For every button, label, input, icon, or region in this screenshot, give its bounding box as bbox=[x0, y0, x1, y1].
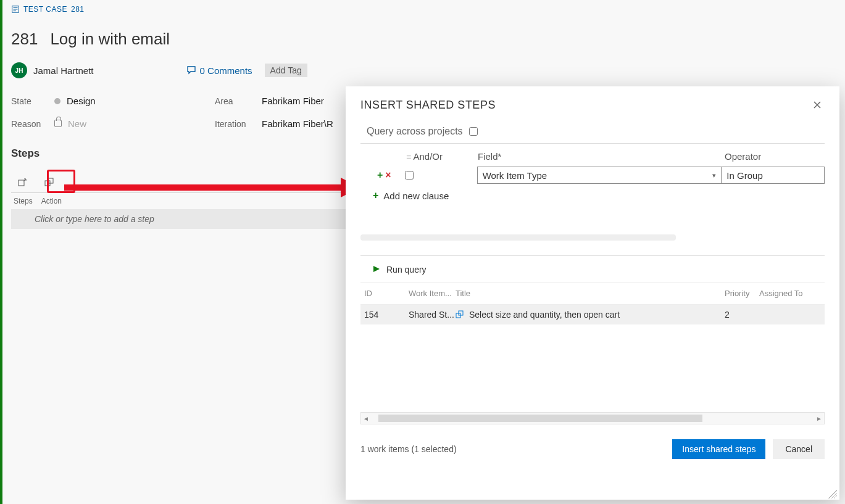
comments-label: 0 Comments bbox=[200, 65, 252, 76]
andor-cell bbox=[393, 171, 477, 180]
dialog-results-scrollbar[interactable]: ◄ ► bbox=[360, 412, 825, 424]
results-header: ID Work Item... Title Priority Assigned … bbox=[360, 283, 825, 305]
col-steps: Steps bbox=[14, 197, 33, 205]
operator-cell: In Group bbox=[722, 167, 825, 184]
scroll-left-arrow-icon[interactable]: ◄ bbox=[361, 415, 371, 422]
lock-icon bbox=[54, 120, 62, 127]
result-type: Shared St... bbox=[409, 310, 456, 320]
cancel-button[interactable]: Cancel bbox=[773, 439, 825, 459]
header-field: Field* bbox=[478, 151, 725, 162]
state-dot-icon bbox=[54, 98, 60, 104]
test-case-icon bbox=[11, 5, 20, 14]
assignee-name[interactable]: Jamal Hartnett bbox=[33, 65, 94, 76]
scroll-right-arrow-icon[interactable]: ► bbox=[814, 415, 824, 422]
col-action: Action bbox=[41, 197, 62, 205]
clause-checkbox[interactable] bbox=[405, 171, 414, 180]
title-row: 281 Log in with email bbox=[11, 30, 835, 49]
result-assigned bbox=[759, 310, 821, 320]
comment-icon bbox=[186, 65, 196, 76]
header-andor: ≡ And/Or bbox=[406, 151, 478, 162]
result-row[interactable]: 154 Shared St... Select size and quantit… bbox=[360, 305, 825, 324]
insert-shared-steps-dialog: INSERT SHARED STEPS Query across project… bbox=[346, 86, 839, 500]
chevron-down-icon: ▾ bbox=[712, 171, 716, 180]
reason-label: Reason bbox=[11, 119, 54, 129]
field-cell: Work Item Type ▾ bbox=[477, 167, 722, 184]
annotation-highlight bbox=[47, 170, 75, 193]
field-select[interactable]: Work Item Type ▾ bbox=[477, 167, 722, 184]
insert-shared-steps-confirm-button[interactable]: Insert shared steps bbox=[672, 439, 765, 459]
run-query-label: Run query bbox=[386, 265, 427, 275]
state-label: State bbox=[11, 96, 54, 106]
result-priority: 2 bbox=[725, 310, 759, 320]
clause-actions: + × bbox=[360, 170, 393, 181]
col-id-header[interactable]: ID bbox=[364, 289, 409, 298]
dialog-close-button[interactable] bbox=[810, 97, 825, 112]
scroll-thumb[interactable] bbox=[378, 415, 702, 422]
insert-step-button[interactable] bbox=[11, 173, 33, 191]
add-new-clause-button[interactable]: + Add new clause bbox=[360, 190, 825, 201]
col-priority-header[interactable]: Priority bbox=[725, 289, 759, 298]
plus-icon: + bbox=[373, 190, 378, 201]
run-query-button[interactable]: Run query bbox=[360, 256, 825, 283]
query-across-checkbox[interactable] bbox=[469, 127, 478, 136]
footer-status: 1 work items (1 selected) bbox=[360, 444, 457, 454]
operator-select[interactable]: In Group bbox=[722, 167, 825, 184]
work-item-id: 281 bbox=[11, 30, 38, 49]
add-clause-icon[interactable]: + bbox=[377, 170, 383, 181]
comments-link[interactable]: 0 Comments bbox=[186, 65, 252, 76]
field-select-value: Work Item Type bbox=[483, 170, 547, 181]
shared-step-icon bbox=[456, 310, 464, 319]
result-title-cell: Select size and quantity, then open cart bbox=[456, 310, 725, 320]
breadcrumb-type: TEST CASE bbox=[23, 5, 67, 14]
operator-select-value: In Group bbox=[726, 170, 762, 181]
result-id: 154 bbox=[364, 310, 409, 320]
avatar[interactable]: JH bbox=[11, 62, 27, 78]
col-assigned-header[interactable]: Assigned To bbox=[759, 289, 821, 298]
resize-grip-icon[interactable] bbox=[828, 490, 837, 498]
state-value[interactable]: Design bbox=[54, 96, 215, 106]
result-title: Select size and quantity, then open cart bbox=[469, 310, 620, 320]
query-across-projects-row: Query across projects bbox=[360, 126, 825, 144]
clause-header-row: ≡ And/Or Field* Operator bbox=[360, 151, 825, 162]
breadcrumb-id: 281 bbox=[71, 5, 85, 14]
add-clause-label: Add new clause bbox=[383, 191, 449, 201]
area-label: Area bbox=[215, 96, 262, 106]
svg-rect-1 bbox=[19, 180, 24, 186]
remove-clause-icon[interactable]: × bbox=[385, 170, 391, 181]
dialog-title: INSERT SHARED STEPS bbox=[360, 99, 496, 112]
horizontal-scroll-stub[interactable] bbox=[360, 234, 676, 241]
header-operator: Operator bbox=[725, 151, 817, 162]
reason-value[interactable]: New bbox=[54, 118, 215, 129]
col-title-header[interactable]: Title bbox=[456, 289, 725, 298]
dialog-header: INSERT SHARED STEPS bbox=[360, 97, 825, 112]
work-item-title[interactable]: Log in with email bbox=[50, 30, 170, 49]
add-tag-button[interactable]: Add Tag bbox=[265, 64, 307, 77]
col-type-header[interactable]: Work Item... bbox=[409, 289, 456, 298]
grip-icon: ≡ bbox=[406, 152, 411, 162]
query-across-label: Query across projects bbox=[367, 126, 463, 137]
footer-buttons: Insert shared steps Cancel bbox=[672, 439, 825, 459]
dialog-footer: 1 work items (1 selected) Insert shared … bbox=[360, 439, 825, 459]
breadcrumb[interactable]: TEST CASE 281 bbox=[11, 5, 835, 14]
play-icon bbox=[373, 265, 380, 275]
clause-row: + × Work Item Type ▾ In Group bbox=[360, 167, 825, 184]
meta-row: JH Jamal Hartnett 0 Comments Add Tag bbox=[11, 62, 835, 78]
iteration-label: Iteration bbox=[215, 119, 262, 129]
svg-marker-6 bbox=[373, 266, 380, 272]
